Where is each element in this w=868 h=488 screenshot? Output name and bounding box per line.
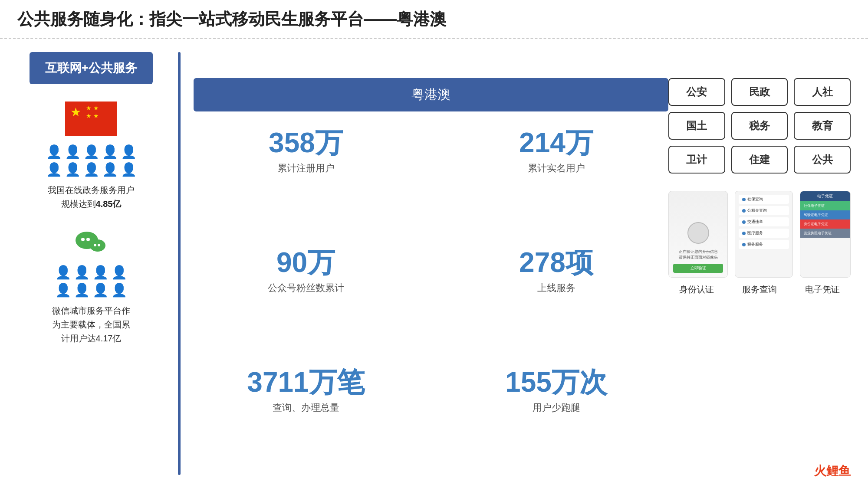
person-icon: 👤 <box>65 144 81 159</box>
stat-block-4: 3711万笔 查询、办理总量 <box>194 368 418 475</box>
stats-grid: 358万 累计注册用户 214万 累计实名用户 90万 公众号粉丝数累计 278… <box>194 129 668 475</box>
service-tag-jiao-yu: 教育 <box>794 112 851 140</box>
internet-service-label: 互联网+公共服务 <box>30 52 153 84</box>
label-service-query: 服务查询 <box>731 284 787 295</box>
stat-block-5: 155万次 用户少跑腿 <box>444 368 668 475</box>
stat-number-2: 90万 <box>276 249 335 276</box>
people-icons-2: 👤 👤 👤 👤 👤 👤 👤 👤 <box>55 265 127 298</box>
left-panel: 互联网+公共服务 👤 👤 👤 👤 👤 👤 👤 👤 👤 👤 我国在线政务服务用户规… <box>17 52 165 475</box>
person-icon: 👤 <box>102 162 118 177</box>
stat-label-5: 用户少跑腿 <box>533 401 580 414</box>
service-tag-shui-wu: 税务 <box>731 112 788 140</box>
stat-label-4: 查询、办理总量 <box>273 401 339 414</box>
label-id-auth: 身份认证 <box>668 284 724 295</box>
service-tag-ren-she: 人社 <box>794 78 851 106</box>
label-e-cert: 电子凭证 <box>795 284 851 295</box>
person-icon: 👤 <box>121 162 137 177</box>
middle-header: 粤港澳 <box>194 78 668 111</box>
svg-point-3 <box>90 239 105 252</box>
menu-item-3: 交通违章 <box>739 217 789 226</box>
app-screenshots: 正在验证您的身份信息请保持正面面对摄像头 立即验证 社保查询 公积金查询 交通违… <box>668 191 851 278</box>
stat-number-5: 155万次 <box>505 368 607 396</box>
stat-number-0: 358万 <box>269 129 343 157</box>
svg-point-1 <box>81 238 85 241</box>
svg-point-4 <box>94 244 96 246</box>
left-desc-text-1: 我国在线政务服务用户规模达到 <box>48 185 135 209</box>
service-tag-gong-an: 公安 <box>668 78 725 106</box>
highlight-1: 4.85亿 <box>96 199 122 209</box>
stat-number-1: 214万 <box>519 129 593 157</box>
screenshot-service-query: 社保查询 公积金查询 交通违章 医疗服务 税务服务 <box>735 191 792 278</box>
menu-item-1: 社保查询 <box>739 195 789 204</box>
screenshot-labels: 身份认证 服务查询 电子凭证 <box>668 284 851 295</box>
screenshot-e-cert: 电子凭证 社保电子凭证 驾驶证电子凭证 身份证电子凭证 营业执照电子凭证 <box>800 191 851 278</box>
china-flag-icon <box>65 102 117 136</box>
person-icon: 👤 <box>74 282 90 298</box>
stat-label-3: 上线服务 <box>537 282 575 295</box>
person-icon: 👤 <box>55 282 71 298</box>
person-icon: 👤 <box>111 282 127 298</box>
svg-point-2 <box>86 238 90 241</box>
person-icon: 👤 <box>121 144 137 159</box>
screenshot-id-auth: 正在验证您的身份信息请保持正面面对摄像头 立即验证 <box>668 191 728 278</box>
person-icon: 👤 <box>55 265 71 280</box>
watermark-text: 火鲤鱼 <box>814 464 851 478</box>
cert-top-bar: 电子凭证 <box>800 191 850 201</box>
page-title: 公共服务随身化：指尖一站式移动民生服务平台——粤港澳 <box>17 8 446 30</box>
stat-number-4: 3711万笔 <box>247 368 364 396</box>
person-icon: 👤 <box>74 265 90 280</box>
menu-item-2: 公积金查询 <box>739 206 789 215</box>
cert-gray-row: 营业执照电子凭证 <box>800 229 850 238</box>
stat-block-0: 358万 累计注册用户 <box>194 129 418 236</box>
person-icon: 👤 <box>83 162 99 177</box>
service-tag-zhu-jian: 住建 <box>731 146 788 174</box>
person-icon: 👤 <box>83 144 99 159</box>
left-desc-1: 我国在线政务服务用户规模达到4.85亿 <box>48 183 135 211</box>
middle-panel: 粤港澳 358万 累计注册用户 214万 累计实名用户 90万 公众号粉丝数累计… <box>194 52 668 475</box>
watermark: 火鲤鱼 <box>814 463 851 479</box>
menu-item-5: 税务服务 <box>739 240 789 249</box>
main-content: 互联网+公共服务 👤 👤 👤 👤 👤 👤 👤 👤 👤 👤 我国在线政务服务用户规… <box>0 39 868 488</box>
person-icon: 👤 <box>102 144 118 159</box>
face-circle-icon <box>687 222 709 244</box>
id-text: 正在验证您的身份信息请保持正面面对摄像头 <box>679 249 718 260</box>
person-icon: 👤 <box>92 282 108 298</box>
service-tags: 公安 民政 人社 国土 税务 教育 卫计 住建 公共 <box>668 78 851 174</box>
person-icon: 👤 <box>65 162 81 177</box>
stat-block-1: 214万 累计实名用户 <box>444 129 668 236</box>
stat-label-0: 累计注册用户 <box>277 162 335 175</box>
service-tag-guo-tu: 国土 <box>668 112 725 140</box>
cert-blue-row: 驾驶证电子凭证 <box>800 210 850 219</box>
service-tag-min-zheng: 民政 <box>731 78 788 106</box>
highlight-2: 4.17亿 <box>96 334 122 343</box>
person-icon: 👤 <box>111 265 127 280</box>
stat-label-1: 累计实名用户 <box>528 162 585 175</box>
cert-green-row: 社保电子凭证 <box>800 201 850 210</box>
service-tag-wei-ji: 卫计 <box>668 146 725 174</box>
person-icon: 👤 <box>46 144 62 159</box>
wechat-icon <box>74 224 108 259</box>
people-icons-1: 👤 👤 👤 👤 👤 👤 👤 👤 👤 👤 <box>46 144 137 177</box>
stat-label-2: 公众号粉丝数累计 <box>268 282 344 295</box>
verify-button: 立即验证 <box>673 264 723 273</box>
service-tag-gong-gong: 公共 <box>794 146 851 174</box>
svg-point-5 <box>98 244 100 246</box>
person-icon: 👤 <box>92 265 108 280</box>
vertical-divider <box>178 52 181 475</box>
stat-block-2: 90万 公众号粉丝数累计 <box>194 249 418 355</box>
left-desc-2: 微信城市服务平台作为主要载体，全国累计用户达4.17亿 <box>52 304 130 345</box>
stat-number-3: 278项 <box>519 249 593 276</box>
menu-item-4: 医疗服务 <box>739 229 789 238</box>
stat-block-3: 278项 上线服务 <box>444 249 668 355</box>
right-panel: 公安 民政 人社 国土 税务 教育 卫计 住建 公共 正在验证您的身份信息请保持… <box>668 52 851 475</box>
title-bar: 公共服务随身化：指尖一站式移动民生服务平台——粤港澳 <box>0 0 868 39</box>
person-icon: 👤 <box>46 162 62 177</box>
cert-red-row: 身份证电子凭证 <box>800 219 850 229</box>
